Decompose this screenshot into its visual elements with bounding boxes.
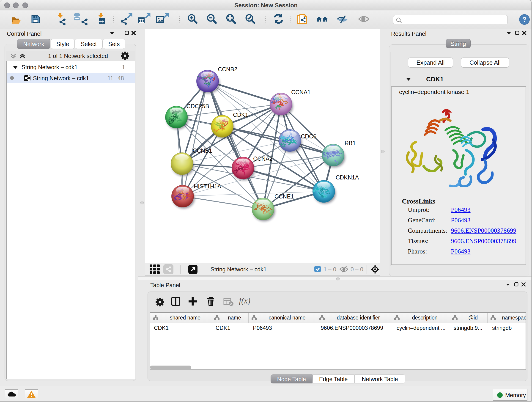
svg-text:CCNE1: CCNE1 — [274, 193, 294, 200]
svg-text:CDKN1A: CDKN1A — [336, 174, 359, 181]
svg-text:HIST1H1A: HIST1H1A — [194, 183, 221, 190]
svg-text:CDC25B: CDC25B — [186, 103, 209, 109]
svg-text:CCNA2: CCNA2 — [253, 155, 273, 162]
svg-text:CDK1: CDK1 — [233, 112, 248, 118]
svg-text:CDC6: CDC6 — [301, 133, 317, 140]
svg-text:CCNA1: CCNA1 — [291, 89, 311, 95]
svg-text:CCNB2: CCNB2 — [218, 66, 237, 72]
svg-text:CCNB1: CCNB1 — [193, 147, 212, 154]
svg-text:RB1: RB1 — [345, 140, 356, 146]
